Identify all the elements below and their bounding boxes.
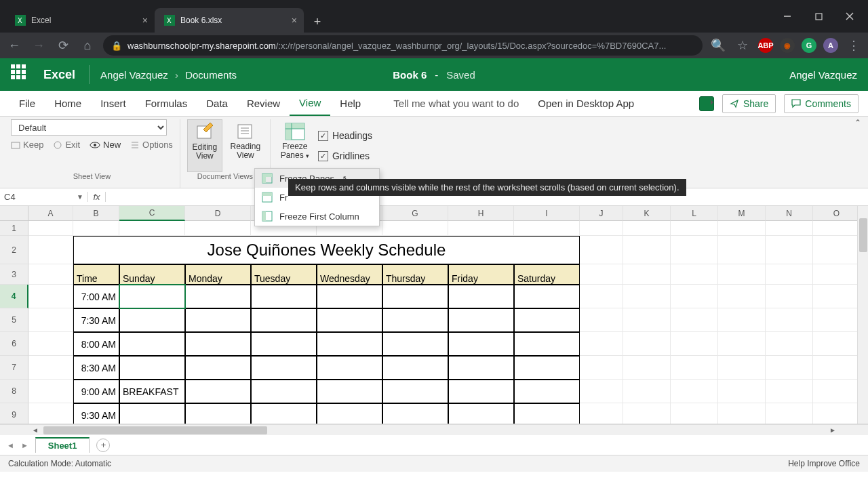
cell[interactable] bbox=[623, 332, 671, 356]
headings-checkbox[interactable]: ✓Headings bbox=[318, 125, 372, 146]
app-launcher-icon[interactable] bbox=[11, 64, 31, 85]
cell[interactable] bbox=[623, 356, 671, 380]
forward-button[interactable]: → bbox=[30, 39, 47, 53]
cell[interactable] bbox=[119, 308, 185, 332]
column-header[interactable]: B bbox=[73, 206, 119, 221]
cell[interactable]: 7:00 AM bbox=[73, 285, 119, 308]
ribbon-tab-help[interactable]: Help bbox=[330, 91, 370, 116]
cell[interactable] bbox=[718, 356, 766, 380]
column-header[interactable]: G bbox=[382, 206, 448, 221]
cell[interactable] bbox=[119, 356, 185, 380]
cell[interactable] bbox=[813, 332, 861, 356]
cell[interactable] bbox=[580, 356, 623, 380]
cell[interactable] bbox=[185, 380, 251, 403]
row-header[interactable]: 3 bbox=[0, 264, 28, 285]
cell[interactable] bbox=[718, 332, 766, 356]
sheet-nav-next-icon[interactable]: ► bbox=[21, 441, 28, 449]
cell[interactable] bbox=[671, 236, 718, 264]
add-sheet-button[interactable]: + bbox=[96, 439, 110, 452]
row-header[interactable]: 2 bbox=[0, 236, 28, 264]
cell[interactable] bbox=[671, 356, 718, 380]
extension-icon[interactable]: G bbox=[802, 38, 816, 53]
cell[interactable] bbox=[623, 308, 671, 332]
cell[interactable] bbox=[813, 356, 861, 380]
collapse-ribbon-icon[interactable]: ⌃ bbox=[854, 118, 861, 127]
cell[interactable] bbox=[766, 332, 813, 356]
zoom-icon[interactable]: 🔍 bbox=[709, 38, 727, 53]
cell[interactable] bbox=[28, 221, 73, 236]
cell[interactable] bbox=[813, 264, 861, 285]
column-header[interactable]: D bbox=[185, 206, 251, 221]
cell[interactable] bbox=[382, 380, 448, 403]
sheet-tab[interactable]: Sheet1 bbox=[35, 437, 90, 453]
cell[interactable] bbox=[766, 285, 813, 308]
cell[interactable] bbox=[623, 221, 671, 236]
ribbon-tab-insert[interactable]: Insert bbox=[91, 91, 136, 116]
browser-tab[interactable]: X Book 6.xlsx × bbox=[155, 8, 304, 33]
column-header[interactable]: H bbox=[448, 206, 514, 221]
cell[interactable] bbox=[119, 221, 185, 236]
cell[interactable]: 7:30 AM bbox=[73, 308, 119, 332]
ribbon-tab-formulas[interactable]: Formulas bbox=[136, 91, 197, 116]
cell[interactable] bbox=[813, 403, 861, 424]
cell[interactable] bbox=[580, 403, 623, 424]
cell[interactable] bbox=[448, 356, 514, 380]
cell[interactable] bbox=[382, 356, 448, 380]
cell[interactable] bbox=[28, 380, 73, 403]
cell[interactable] bbox=[580, 236, 623, 264]
cell[interactable] bbox=[766, 380, 813, 403]
cell[interactable] bbox=[813, 285, 861, 308]
horizontal-scrollbar[interactable]: ◄ ► bbox=[0, 424, 868, 435]
cell[interactable] bbox=[813, 221, 861, 236]
tellme-search[interactable]: Tell me what you want to do bbox=[384, 91, 528, 116]
cell[interactable] bbox=[623, 285, 671, 308]
freeze-panes-button[interactable]: Freeze Panes ▾ bbox=[277, 119, 313, 172]
cell[interactable] bbox=[514, 308, 580, 332]
cell[interactable] bbox=[251, 332, 317, 356]
cell[interactable] bbox=[382, 308, 448, 332]
cell[interactable] bbox=[623, 403, 671, 424]
url-bar[interactable]: 🔒 washburnschoolpr-my.sharepoint.com/:x:… bbox=[103, 35, 703, 56]
cell[interactable]: BREAKFAST bbox=[119, 380, 185, 403]
cell[interactable] bbox=[718, 308, 766, 332]
cell[interactable] bbox=[718, 236, 766, 264]
schedule-header-cell[interactable]: Tuesday bbox=[251, 264, 317, 285]
cell[interactable] bbox=[813, 236, 861, 264]
gridlines-checkbox[interactable]: ✓Gridlines bbox=[318, 146, 372, 166]
cell[interactable] bbox=[317, 403, 382, 424]
document-title[interactable]: Book 6 bbox=[393, 69, 427, 81]
cell[interactable]: 9:00 AM bbox=[73, 380, 119, 403]
cell[interactable] bbox=[813, 380, 861, 403]
cell[interactable] bbox=[119, 285, 185, 308]
cell[interactable] bbox=[73, 221, 119, 236]
cell[interactable] bbox=[671, 285, 718, 308]
cell[interactable] bbox=[251, 285, 317, 308]
vertical-scrollbar[interactable] bbox=[857, 206, 868, 424]
column-header[interactable]: M bbox=[718, 206, 766, 221]
cell[interactable] bbox=[28, 285, 73, 308]
cell[interactable] bbox=[766, 264, 813, 285]
schedule-header-cell[interactable]: Wednesday bbox=[317, 264, 382, 285]
cell[interactable] bbox=[185, 221, 251, 236]
name-box[interactable]: C4 ▼ bbox=[0, 192, 88, 202]
cell[interactable] bbox=[580, 264, 623, 285]
cell[interactable] bbox=[317, 356, 382, 380]
column-header[interactable]: A bbox=[28, 206, 73, 221]
cell[interactable]: 9:30 AM bbox=[73, 403, 119, 424]
row-header[interactable]: 5 bbox=[0, 308, 28, 332]
spreadsheet-grid[interactable]: ABCDEFGHIJKLMNO12Jose Quiñones Weekly Sc… bbox=[0, 206, 868, 424]
bookmark-star-icon[interactable]: ☆ bbox=[734, 38, 751, 53]
scroll-left-icon[interactable]: ◄ bbox=[30, 426, 41, 434]
ribbon-tab-view[interactable]: View bbox=[290, 91, 330, 116]
cell[interactable] bbox=[28, 356, 73, 380]
cell[interactable] bbox=[766, 221, 813, 236]
cell[interactable] bbox=[671, 403, 718, 424]
share-button[interactable]: Share bbox=[722, 94, 776, 113]
schedule-title-cell[interactable]: Jose Quiñones Weekly Schedule bbox=[73, 236, 580, 264]
cell[interactable] bbox=[580, 308, 623, 332]
cell[interactable] bbox=[671, 380, 718, 403]
cell[interactable] bbox=[580, 221, 623, 236]
profile-avatar-icon[interactable]: A bbox=[823, 38, 838, 53]
scroll-right-icon[interactable]: ► bbox=[827, 426, 838, 434]
options-button[interactable]: Options bbox=[130, 140, 173, 150]
